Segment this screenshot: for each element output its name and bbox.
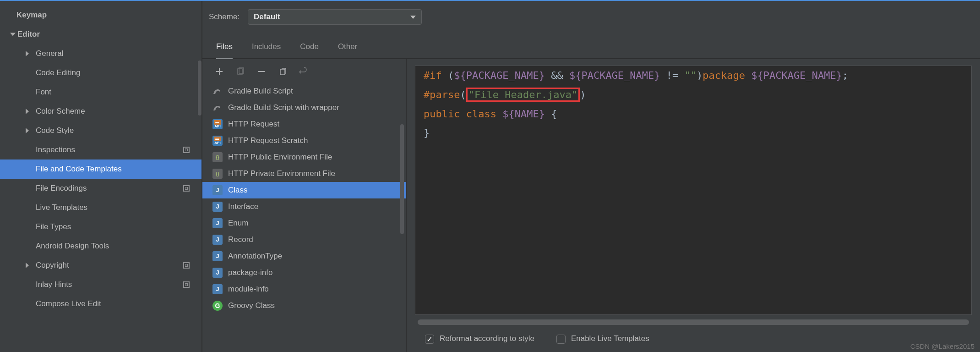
- sidebar-item-editor[interactable]: Editor: [0, 25, 201, 44]
- template-label: module-info: [228, 285, 269, 294]
- template-enum[interactable]: JEnum: [202, 215, 406, 231]
- template-label: HTTP Public Environment File: [228, 153, 332, 162]
- template-class[interactable]: JClass: [202, 182, 406, 198]
- project-icon: [183, 147, 190, 153]
- java-icon: J: [212, 251, 223, 261]
- reformat-checkbox[interactable]: ✓Reformat according to style: [425, 334, 534, 344]
- java-icon: J: [212, 235, 223, 245]
- sidebar-item-compose-live-edit[interactable]: Compose Live Edit: [0, 294, 201, 314]
- live-templates-checkbox[interactable]: Enable Live Templates: [556, 334, 649, 344]
- template-label: Gradle Build Script: [228, 87, 293, 96]
- template-http-request-scratch[interactable]: ▬APIHTTP Request Scratch: [202, 132, 406, 149]
- template-label: Class: [228, 186, 248, 195]
- template-package-info[interactable]: Jpackage-info: [202, 264, 406, 281]
- remove-icon[interactable]: [256, 66, 267, 77]
- paren3: (: [460, 89, 466, 100]
- template-label: Gradle Build Script with wrapper: [228, 103, 339, 112]
- sidebar-item-file-encodings[interactable]: File Encodings: [0, 179, 201, 198]
- chevron-down-icon: [10, 33, 16, 36]
- sidebar-item-general[interactable]: General: [0, 44, 201, 63]
- paren4: ): [580, 89, 586, 100]
- tab-includes[interactable]: Includes: [252, 38, 281, 58]
- var-package3: ${PACKAGE_NAME}: [751, 70, 842, 81]
- paren: (: [448, 70, 454, 81]
- template-list-column: Gradle Build ScriptGradle Build Script w…: [202, 59, 407, 352]
- scheme-value: Default: [254, 12, 280, 22]
- template-label: Record: [228, 235, 253, 244]
- sidebar-item-code-editing[interactable]: Code Editing: [0, 63, 201, 82]
- tab-code[interactable]: Code: [300, 38, 319, 58]
- java-icon: J: [212, 218, 223, 228]
- template-label: Groovy Class: [228, 301, 275, 310]
- template-http-request[interactable]: ▬APIHTTP Request: [202, 116, 406, 132]
- keyword-parse: #parse: [424, 89, 460, 100]
- java-icon: J: [212, 202, 223, 212]
- tab-files[interactable]: Files: [216, 38, 233, 59]
- java-icon: J: [212, 284, 223, 294]
- chevron-down-icon: [410, 16, 416, 19]
- scheme-dropdown[interactable]: Default: [248, 9, 422, 25]
- chevron-right-icon: [26, 263, 29, 268]
- project-icon: [183, 281, 190, 288]
- file-header-string: "File Header.java": [466, 88, 580, 102]
- copy-icon[interactable]: [278, 66, 288, 77]
- sidebar-item-copyright[interactable]: Copyright: [0, 256, 201, 275]
- sidebar-item-font[interactable]: Font: [0, 82, 201, 102]
- var-package2: ${PACKAGE_NAME}: [569, 70, 660, 81]
- sidebar-item-color-scheme[interactable]: Color Scheme: [0, 102, 201, 121]
- java-icon: J: [212, 268, 223, 278]
- keyword-package: package: [702, 70, 751, 81]
- sidebar-item-code-style[interactable]: Code Style: [0, 121, 201, 140]
- body: Gradle Build ScriptGradle Build Script w…: [202, 59, 980, 352]
- template-interface[interactable]: JInterface: [202, 198, 406, 215]
- sidebar-item-live-templates[interactable]: Live Templates: [0, 198, 201, 217]
- chevron-right-icon: [26, 109, 29, 114]
- sidebar-item-file-types[interactable]: File Types: [0, 217, 201, 236]
- sidebar-item-inlay-hints[interactable]: Inlay Hints: [0, 275, 201, 294]
- tab-other[interactable]: Other: [338, 38, 358, 58]
- env-icon: {}: [212, 152, 223, 162]
- api-icon: ▬API: [212, 136, 223, 146]
- template-groovy-class[interactable]: GGroovy Class: [202, 297, 406, 314]
- main-panel: Scheme: Default FilesIncludesCodeOther G…: [202, 1, 980, 352]
- sidebar-item-inspections[interactable]: Inspections: [0, 140, 201, 160]
- brace-close: }: [424, 127, 430, 138]
- sidebar-item-android-design-tools[interactable]: Android Design Tools: [0, 236, 201, 256]
- var-package: ${PACKAGE_NAME}: [454, 70, 545, 81]
- add-icon[interactable]: [214, 66, 224, 77]
- chevron-right-icon: [26, 51, 29, 56]
- semi: ;: [842, 70, 848, 81]
- var-name: ${NAME}: [502, 108, 545, 120]
- editor-column: #if (${PACKAGE_NAME} && ${PACKAGE_NAME} …: [407, 59, 980, 352]
- sidebar-scrollbar[interactable]: [198, 60, 201, 116]
- template-http-public-environment-file[interactable]: {}HTTP Public Environment File: [202, 149, 406, 165]
- options-row: ✓Reformat according to style Enable Live…: [407, 326, 980, 352]
- template-annotationtype[interactable]: JAnnotationType: [202, 248, 406, 264]
- watermark: CSDN @Lakers2015: [910, 342, 975, 350]
- template-label: HTTP Private Environment File: [228, 169, 335, 178]
- template-module-info[interactable]: Jmodule-info: [202, 281, 406, 297]
- env-icon: {}: [212, 169, 223, 179]
- template-http-private-environment-file[interactable]: {}HTTP Private Environment File: [202, 165, 406, 182]
- undo-icon[interactable]: [299, 66, 309, 77]
- template-label: AnnotationType: [228, 252, 282, 261]
- chevron-right-icon: [26, 128, 29, 133]
- template-label: Interface: [228, 202, 258, 211]
- brace-open: {: [545, 108, 557, 120]
- gradle-icon: [212, 86, 223, 96]
- template-record[interactable]: JRecord: [202, 231, 406, 248]
- list-scrollbar[interactable]: [400, 124, 404, 234]
- keyword-class: class: [466, 108, 502, 120]
- settings-tree: KeymapEditorGeneralCode EditingFontColor…: [0, 1, 201, 314]
- template-gradle-build-script[interactable]: Gradle Build Script: [202, 83, 406, 99]
- op-and: &&: [545, 70, 569, 81]
- editor-h-scrollbar[interactable]: [417, 319, 970, 326]
- template-toolbar: [202, 59, 406, 83]
- copy-template-icon[interactable]: [235, 66, 245, 77]
- sidebar-item-keymap[interactable]: Keymap: [0, 6, 201, 25]
- java-icon: J: [212, 185, 223, 195]
- api-icon: ▬API: [212, 119, 223, 129]
- template-gradle-build-script-with-wrapper[interactable]: Gradle Build Script with wrapper: [202, 99, 406, 116]
- template-editor[interactable]: #if (${PACKAGE_NAME} && ${PACKAGE_NAME} …: [415, 66, 972, 315]
- sidebar-item-file-and-code-templates[interactable]: File and Code Templates: [0, 160, 201, 179]
